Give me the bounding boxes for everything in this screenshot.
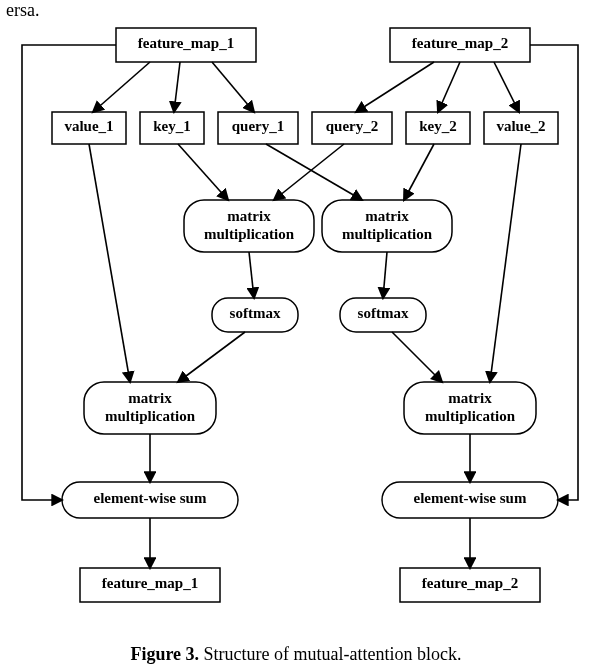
node-label: element-wise sum [414,490,527,506]
node-label: multiplication [105,408,196,424]
edge [494,62,519,112]
edge [178,332,245,382]
node-label: multiplication [425,408,516,424]
edge [89,144,130,382]
node-label: multiplication [342,226,433,242]
node-label: feature_map_1 [102,575,198,591]
node-label: element-wise sum [94,490,207,506]
edge [438,62,460,112]
node-label: value_1 [64,118,113,134]
figure-caption: Figure 3. Structure of mutual-attention … [0,644,592,665]
edge [93,62,150,112]
node-label: matrix [128,390,172,406]
node-label: key_2 [419,118,457,134]
node-label: feature_map_2 [422,575,518,591]
edge [178,144,228,200]
node-label: softmax [358,305,409,321]
node-label: feature_map_2 [412,35,508,51]
edge [212,62,254,112]
edge [274,144,344,200]
edge [266,144,362,200]
edge [490,144,521,382]
edge [392,332,442,382]
edge [404,144,434,200]
node-label: value_2 [496,118,545,134]
node-label: query_1 [232,118,285,134]
edge [356,62,434,112]
caption-text: Structure of mutual-attention block. [199,644,461,664]
node-label: multiplication [204,226,295,242]
node-label: key_1 [153,118,191,134]
edge [383,252,387,298]
edge [174,62,180,112]
node-label: matrix [227,208,271,224]
node-label: matrix [448,390,492,406]
node-label: softmax [230,305,281,321]
caption-bold: Figure 3. [130,644,199,664]
node-label: feature_map_1 [138,35,234,51]
node-label: query_2 [326,118,379,134]
stray-text: ersa. [6,0,39,20]
node-label: matrix [365,208,409,224]
edge [249,252,254,298]
